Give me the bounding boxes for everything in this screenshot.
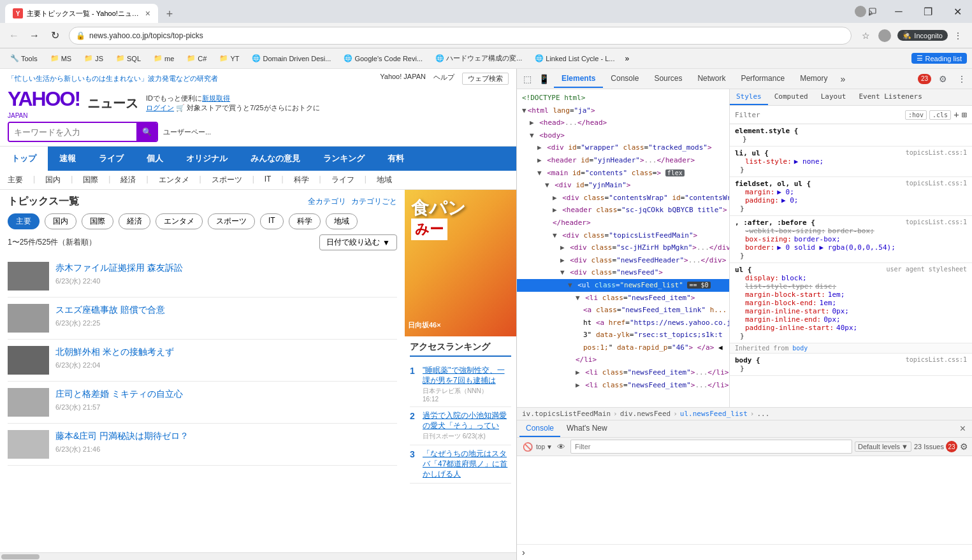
tree-line-newsfeed[interactable]: ▼ <div class="newsFeed"> <box>517 266 729 279</box>
new-tab-button[interactable]: + <box>161 5 178 23</box>
source-liul[interactable]: topicsList.css:1 <box>906 149 967 156</box>
ticker-link[interactable]: 「忙しい生活から新しいものは生まれない」波力発電などの研究者 <box>8 74 218 83</box>
bookmark-tools[interactable]: 🔧 Tools <box>5 53 43 64</box>
tree-line-topicslistfeedmain[interactable]: ▼ <div class="topicsListFeedMain"> <box>517 229 729 242</box>
tab-console[interactable]: Console <box>603 70 646 88</box>
profile-button[interactable] <box>876 27 894 45</box>
news-title-link-3[interactable]: 北朝鮮外相 米との接触考えず <box>55 346 397 359</box>
all-categories-link[interactable]: 全カテゴリ <box>308 196 346 207</box>
yahoo-search-button[interactable]: 🔍 <box>136 123 157 141</box>
tree-line-html[interactable]: ▼<html lang="ja"> <box>517 104 729 117</box>
bookmark-ll[interactable]: 🌐 Linked List Cycle - L... <box>530 53 620 64</box>
tab-memory[interactable]: Memory <box>792 70 835 88</box>
cat-economy[interactable]: 経済 <box>120 175 136 185</box>
forward-button[interactable]: → <box>25 27 43 45</box>
news-title-link-5[interactable]: 藤本&庄司 円満秘訣は期待ゼロ？ <box>55 430 397 443</box>
tab-network[interactable]: Network <box>690 70 733 88</box>
news-title-link-1[interactable]: 赤木ファイル証拠採用 森友訴訟 <box>55 262 397 275</box>
more-button[interactable]: ⋮ <box>949 27 967 45</box>
new-account-link[interactable]: 新規取得 <box>202 94 230 102</box>
tree-line-doctype[interactable]: <!DOCTYPE html> <box>517 92 729 104</box>
source-fieldset[interactable]: topicsList.css:1 <box>906 180 967 187</box>
breadcrumb-part-2[interactable]: div.newsFeed <box>620 410 671 418</box>
nav-opinions[interactable]: みんなの意見 <box>239 147 312 171</box>
rank-title-link-2[interactable]: 過労で入院の小池知満愛の愛犬「そう」ってい <box>423 411 507 430</box>
tree-line-yjnmain[interactable]: ▼ <div id="yjnMain"> <box>517 179 729 192</box>
nav-original[interactable]: オリジナル <box>175 147 239 171</box>
whats-new-tab[interactable]: What's New <box>560 420 614 437</box>
reload-button[interactable]: ↻ <box>46 27 64 45</box>
filter-main[interactable]: 主要 <box>8 213 40 229</box>
tree-line-header[interactable]: ▶ <header id="yjnHeader">...</header> <box>517 154 729 167</box>
yahoo-search-input[interactable] <box>9 123 136 141</box>
per-category-link[interactable]: カテゴリごと <box>351 196 397 207</box>
console-filter-input[interactable] <box>570 440 852 454</box>
tree-line-sc-jhzirh[interactable]: ▶ <div class="sc-jHZirH bpMgkn">...</div… <box>517 241 729 254</box>
filter-region[interactable]: 地域 <box>326 213 358 229</box>
console-close-button[interactable]: × <box>956 422 969 436</box>
cat-entertainment[interactable]: エンタメ <box>159 175 189 185</box>
console-levels-dropdown[interactable]: Default levels ▼ <box>855 442 911 452</box>
tree-line-body[interactable]: ▼ <body> <box>517 129 729 142</box>
tree-line-li-3[interactable]: ▶ <li class="newsFeed_item">...</li> <box>517 379 729 392</box>
source-body[interactable]: topicsList.css:1 <box>906 356 967 363</box>
styles-cls-button[interactable]: .cls <box>929 110 951 120</box>
console-tab[interactable]: Console <box>519 420 560 437</box>
cat-science[interactable]: 科学 <box>294 175 309 185</box>
minimize-button[interactable]: ─ <box>884 0 913 23</box>
nav-premium[interactable]: 有料 <box>376 147 416 171</box>
bookmark-ms[interactable]: 📁 MS <box>45 53 77 64</box>
reading-list-button[interactable]: ☰ Reading list <box>911 53 967 64</box>
cat-region[interactable]: 地域 <box>377 175 392 185</box>
filter-economy[interactable]: 経済 <box>119 213 150 229</box>
bookmark-ddd[interactable]: 🌐 Domain Driven Desi... <box>247 53 336 64</box>
back-button[interactable]: ← <box>5 27 23 45</box>
layout-tab[interactable]: Layout <box>815 89 853 105</box>
styles-hov-button[interactable]: :hov <box>905 110 927 120</box>
tree-line-li-close[interactable]: </li> <box>517 354 729 366</box>
bookmark-js[interactable]: 📁 JS <box>79 53 108 64</box>
elements-tree[interactable]: <!DOCTYPE html> ▼<html lang="ja"> ▶ <hea… <box>517 89 730 407</box>
close-button[interactable]: ✕ <box>943 0 972 23</box>
styles-tab[interactable]: Styles <box>730 89 768 105</box>
styles-add-button[interactable]: + <box>954 110 959 120</box>
date-filter-button[interactable]: 日付で絞り込む ▼ <box>319 234 397 250</box>
tree-line-li-2[interactable]: ▶ <li class="newsFeed_item">...</li> <box>517 366 729 379</box>
tree-line-sc-header[interactable]: ▶ <header class="sc-jqCOkk bQBYCB title"… <box>517 204 729 217</box>
source-pseudo[interactable]: topicsList.css:1 <box>906 219 967 226</box>
device-toolbar-button[interactable]: 📱 <box>536 71 551 87</box>
tree-line-data-pos[interactable]: pos:1;" data-rapid_p="46"> </a> ◀ <box>517 341 729 354</box>
breadcrumb-selected[interactable]: ul.newsFeed_list <box>680 410 748 418</box>
tree-line-newsfeedheader[interactable]: ▶ <div class="newsFeedHeader">...</div> <box>517 254 729 267</box>
filter-sports[interactable]: スポーツ <box>208 213 255 229</box>
bookmarks-more-icon[interactable]: » <box>625 54 629 63</box>
filter-entertainment[interactable]: エンタメ <box>156 213 203 229</box>
computed-tab[interactable]: Computed <box>768 89 815 105</box>
console-gear-button[interactable]: ⚙ <box>960 442 968 452</box>
bookmark-me[interactable]: 📁 me <box>149 53 179 64</box>
console-eye-button[interactable]: 👁 <box>554 440 568 454</box>
event-listeners-tab[interactable]: Event Listeners <box>852 89 928 105</box>
filter-international[interactable]: 国際 <box>82 213 113 229</box>
nav-top[interactable]: トップ <box>0 147 48 171</box>
tree-line-a-link[interactable]: <a class="newsFeed_item_link" h... <box>517 304 729 317</box>
scrollbar-thumb[interactable] <box>1 554 40 559</box>
address-bar[interactable]: 🔒 news.yahoo.co.jp/topics/top-picks <box>69 27 852 45</box>
rank-title-link-3[interactable]: 「なぜうちの地元はスタバ「47都道府県ノ」に首かしげる人 <box>423 449 507 478</box>
tree-line-href[interactable]: ht <a href="https://news.yahoo.co.jp/pic… <box>517 317 729 329</box>
filter-it[interactable]: IT <box>260 213 284 229</box>
bookmark-button[interactable]: ☆ <box>857 27 874 45</box>
tree-line-newsfeed-list[interactable]: ▼ <ul class="newsFeed_list" == $0 <box>517 279 729 292</box>
tree-line-contentswrap[interactable]: ▶ <div class="contentsWrap" id="contents… <box>517 192 729 205</box>
web-search-btn[interactable]: ウェブ検索 <box>462 73 509 85</box>
bookmark-hw[interactable]: 🌐 ハードウェア構成の変... <box>430 52 527 64</box>
tree-line-data-ylk[interactable]: 3" data-ylk="rsec:st_topics;s1k:t <box>517 329 729 341</box>
console-clear-button[interactable]: 🚫 <box>521 440 535 454</box>
breadcrumb-part-1[interactable]: iv.topicsListFeedMain <box>522 410 611 418</box>
login-link[interactable]: ログイン <box>146 104 174 111</box>
customize-button[interactable]: ⋮ <box>954 71 969 87</box>
tree-line-main[interactable]: ▼ <main id="contents" class=> flex <box>517 167 729 180</box>
tab-elements[interactable]: Elements <box>554 70 603 88</box>
nav-live[interactable]: ライブ <box>87 147 135 171</box>
tree-line-header-close[interactable]: </header> <box>517 217 729 229</box>
